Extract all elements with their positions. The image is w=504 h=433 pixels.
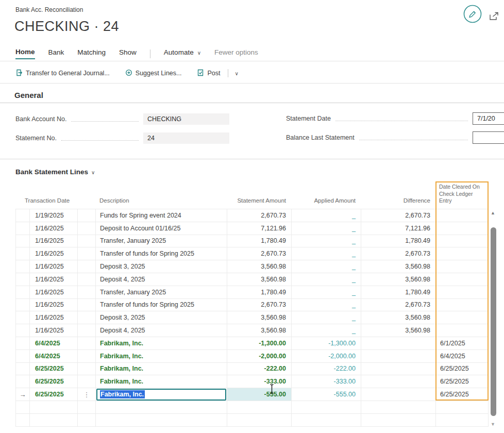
- row-selector-cell[interactable]: [16, 247, 30, 260]
- row-menu-cell[interactable]: [78, 299, 96, 311]
- tab-show[interactable]: Show: [119, 48, 137, 59]
- date-cleared-cell[interactable]: [436, 209, 489, 222]
- description-cell[interactable]: Deposit 3, 2025: [96, 311, 227, 324]
- description-cell[interactable]: Fabrikam, Inc.: [96, 350, 227, 362]
- vertical-scrollbar[interactable]: ▲ ▼: [490, 209, 497, 427]
- row-selector-cell[interactable]: [16, 299, 30, 311]
- description-cell[interactable]: Fabrikam, Inc.: [96, 337, 227, 349]
- date-cleared-cell[interactable]: 6/25/2025: [436, 363, 489, 375]
- row-menu-cell[interactable]: [78, 235, 96, 247]
- date-cleared-cell[interactable]: [436, 401, 489, 413]
- row-menu-cell[interactable]: [78, 414, 96, 426]
- transaction-date-cell[interactable]: 1/16/2025: [30, 222, 78, 235]
- transaction-date-cell[interactable]: 1/16/2025: [30, 235, 78, 247]
- difference-cell[interactable]: [361, 350, 436, 362]
- row-selector-cell[interactable]: [16, 311, 30, 324]
- row-selector-cell[interactable]: [16, 235, 30, 247]
- date-cleared-cell[interactable]: [436, 311, 489, 324]
- statement-amount-cell[interactable]: -555.00: [227, 388, 292, 401]
- description-cell[interactable]: Fabrikam, Inc.: [96, 375, 227, 388]
- row-menu-cell[interactable]: [78, 363, 96, 375]
- applied-amount-cell[interactable]: -1,300.00: [292, 337, 361, 349]
- statement-amount-cell[interactable]: -2,000.00: [227, 350, 292, 362]
- applied-amount-cell[interactable]: _: [292, 247, 361, 260]
- statement-amount-cell[interactable]: 3,560.98: [227, 311, 292, 324]
- applied-amount-cell[interactable]: [292, 401, 361, 413]
- applied-amount-cell[interactable]: -222.00: [292, 363, 361, 375]
- column-header-applied-amount[interactable]: Applied Amount: [291, 197, 361, 207]
- transaction-date-cell[interactable]: 1/16/2025: [30, 260, 78, 273]
- suggest-lines-button[interactable]: Suggest Lines...: [125, 69, 182, 78]
- date-cleared-cell[interactable]: [436, 222, 489, 235]
- transaction-date-cell[interactable]: 1/16/2025: [30, 247, 78, 260]
- statement-amount-cell[interactable]: 1,780.49: [227, 286, 292, 298]
- row-menu-cell[interactable]: [78, 350, 96, 362]
- applied-amount-dash[interactable]: _: [352, 327, 356, 334]
- general-section-heading[interactable]: General: [14, 91, 43, 99]
- chevron-down-icon[interactable]: ∨: [234, 71, 238, 76]
- difference-cell[interactable]: [361, 363, 436, 375]
- statement-amount-cell[interactable]: -1,300.00: [227, 337, 292, 349]
- description-cell[interactable]: Transfer of funds for Spring 2025: [96, 247, 227, 260]
- difference-cell[interactable]: 2,670.73: [361, 247, 436, 260]
- row-menu-cell[interactable]: [78, 260, 96, 273]
- row-selector-cell[interactable]: [16, 273, 30, 286]
- date-cleared-cell[interactable]: [436, 286, 489, 298]
- scrollbar-thumb[interactable]: [491, 227, 496, 416]
- row-menu-cell[interactable]: [78, 247, 96, 260]
- description-cell[interactable]: Deposit 3, 2025: [96, 260, 227, 273]
- applied-amount-cell[interactable]: -2,000.00: [292, 350, 361, 362]
- statement-amount-cell[interactable]: 2,670.73: [227, 247, 292, 260]
- applied-amount-dash[interactable]: _: [352, 237, 356, 244]
- statement-amount-cell[interactable]: -333.00: [227, 375, 292, 388]
- transaction-date-cell[interactable]: 6/4/2025: [30, 337, 78, 349]
- scroll-up-arrow-icon[interactable]: ▲: [491, 210, 495, 215]
- row-menu-cell[interactable]: [78, 375, 96, 388]
- statement-amount-cell[interactable]: 3,560.98: [227, 324, 292, 337]
- row-menu-cell[interactable]: [78, 311, 96, 324]
- applied-amount-cell[interactable]: _: [292, 273, 361, 286]
- applied-amount-cell[interactable]: -555.00: [292, 388, 361, 401]
- applied-amount-dash[interactable]: _: [352, 250, 356, 257]
- applied-amount-cell[interactable]: _: [292, 209, 361, 222]
- difference-cell[interactable]: 3,560.98: [361, 324, 436, 337]
- statement-amount-cell[interactable]: -222.00: [227, 363, 292, 375]
- difference-cell[interactable]: [361, 401, 436, 413]
- date-cleared-cell[interactable]: [436, 414, 489, 426]
- date-cleared-cell[interactable]: 6/4/2025: [436, 350, 489, 362]
- row-menu-cell[interactable]: [78, 337, 96, 349]
- row-menu-cell[interactable]: [78, 286, 96, 298]
- row-options-dots-icon[interactable]: ⋮: [83, 391, 90, 398]
- transaction-date-cell[interactable]: [30, 401, 78, 413]
- column-header-description[interactable]: Description: [95, 197, 227, 207]
- applied-amount-cell[interactable]: _: [292, 235, 361, 247]
- post-button[interactable]: Post∨: [197, 69, 238, 78]
- tab-automate[interactable]: Automate∨: [164, 48, 201, 59]
- difference-cell[interactable]: [361, 375, 436, 388]
- transaction-date-cell[interactable]: 1/16/2025: [30, 324, 78, 337]
- date-cleared-cell[interactable]: 6/1/2025: [436, 337, 489, 349]
- column-header-transaction-date[interactable]: Transaction Date: [15, 197, 77, 207]
- applied-amount-cell[interactable]: _: [292, 260, 361, 273]
- difference-cell[interactable]: 2,670.73: [361, 209, 436, 222]
- row-menu-cell[interactable]: [78, 209, 96, 222]
- row-selector-cell[interactable]: [16, 209, 30, 222]
- balance-last-statement-input[interactable]: [473, 131, 504, 144]
- statement-amount-cell[interactable]: 3,560.98: [227, 273, 292, 286]
- difference-cell[interactable]: 2,670.73: [361, 299, 436, 311]
- applied-amount-dash[interactable]: _: [352, 289, 356, 296]
- description-cell[interactable]: Funds for Spring event 2024: [96, 209, 227, 222]
- date-cleared-cell[interactable]: [436, 324, 489, 337]
- tab-home[interactable]: Home: [15, 48, 35, 59]
- tab-bank[interactable]: Bank: [48, 48, 64, 59]
- column-header-difference[interactable]: Difference: [361, 197, 435, 207]
- row-selector-cell[interactable]: [16, 401, 30, 413]
- statement-amount-cell[interactable]: 1,780.49: [227, 235, 292, 247]
- description-cell[interactable]: Transfer, January 2025: [96, 235, 227, 247]
- description-cell[interactable]: [96, 401, 227, 413]
- date-cleared-cell[interactable]: [436, 235, 489, 247]
- row-selector-cell[interactable]: →: [16, 388, 30, 401]
- bank-account-no-input[interactable]: CHECKING: [143, 113, 229, 125]
- row-menu-cell[interactable]: [78, 401, 96, 413]
- statement-amount-cell[interactable]: 2,670.73: [227, 299, 292, 311]
